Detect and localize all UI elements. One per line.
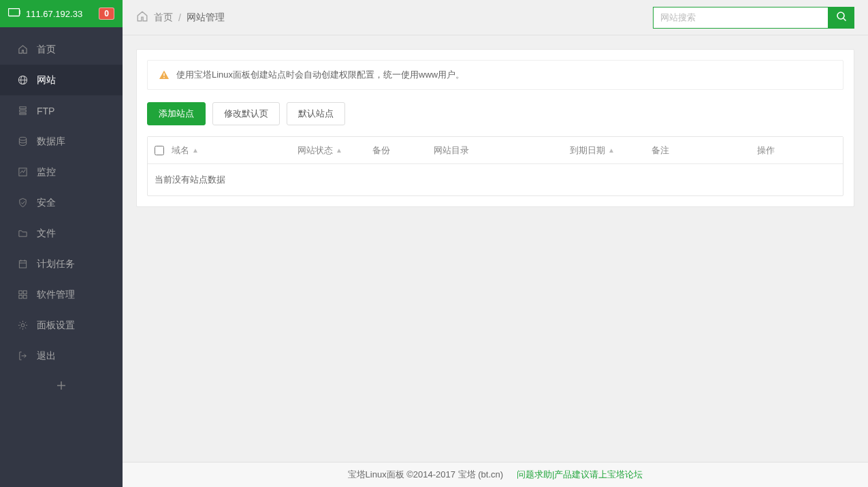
sidebar-item-label: 面板设置 (37, 319, 75, 332)
sidebar-item-monitor[interactable]: 监控 (0, 157, 123, 187)
info-text: 使用宝塔Linux面板创建站点时会自动创建权限配置，统一使用www用户。 (176, 69, 464, 81)
col-operation: 操作 (757, 144, 836, 157)
plus-icon (57, 381, 66, 393)
sidebar-item-cron[interactable]: 计划任务 (0, 249, 123, 279)
search-input[interactable] (653, 7, 829, 29)
sidebar-item-label: 监控 (37, 166, 56, 178)
default-site-button[interactable]: 默认站点 (287, 102, 345, 125)
col-note: 备注 (652, 144, 757, 157)
main: 首页 / 网站管理 使用宝塔Linux面板创建站点时会自动创建权限配置，统一使用… (123, 0, 868, 462)
svg-point-8 (19, 137, 26, 140)
search-button[interactable] (829, 7, 854, 29)
svg-rect-6 (19, 110, 25, 112)
search-icon (836, 11, 847, 24)
footer: 宝塔Linux面板 ©2014-2017 宝塔 (bt.cn) 问题求助|产品建… (123, 462, 868, 487)
svg-rect-1 (20, 10, 20, 14)
select-all-cell (155, 146, 172, 155)
col-domain[interactable]: 域名 ▲ (172, 144, 298, 157)
info-notice: 使用宝塔Linux面板创建站点时会自动创建权限配置，统一使用www用户。 (147, 60, 843, 90)
database-icon (16, 136, 29, 146)
topbar: 首页 / 网站管理 (123, 0, 868, 35)
sidebar-item-logout[interactable]: 退出 (0, 341, 123, 371)
site-table: 域名 ▲ 网站状态 ▲ 备份 网站目录 到期日期 ▲ 备注 (147, 136, 843, 196)
col-dir: 网站目录 (434, 144, 570, 157)
warning-icon (159, 69, 170, 80)
sidebar-nav: 首页 网站 FTP 数据库 监控 安全 文件 计划任务 (0, 27, 123, 402)
logout-icon (16, 351, 29, 361)
sidebar-item-software[interactable]: 软件管理 (0, 279, 123, 310)
sidebar-item-label: 计划任务 (37, 258, 75, 270)
ftp-icon (16, 106, 29, 116)
col-status[interactable]: 网站状态 ▲ (298, 144, 372, 157)
sidebar-item-database[interactable]: 数据库 (0, 126, 123, 157)
sort-icon: ▲ (192, 146, 199, 154)
sidebar-item-home[interactable]: 首页 (0, 34, 123, 65)
sidebar-header: 111.67.192.33 0 (0, 0, 123, 27)
svg-rect-0 (9, 8, 20, 16)
server-ip: 111.67.192.33 (26, 9, 99, 19)
globe-icon (16, 75, 29, 85)
sidebar-item-label: 首页 (37, 44, 56, 56)
svg-rect-7 (19, 113, 25, 114)
svg-rect-5 (19, 107, 25, 109)
button-row: 添加站点 修改默认页 默认站点 (147, 102, 843, 125)
chart-icon (16, 167, 29, 177)
breadcrumb-separator: / (178, 12, 181, 23)
svg-line-22 (843, 18, 846, 21)
breadcrumb: 首页 / 网站管理 (136, 10, 653, 25)
gear-icon (16, 320, 29, 330)
sidebar-item-label: FTP (37, 106, 54, 116)
svg-rect-14 (18, 291, 22, 294)
sidebar-item-label: 安全 (37, 197, 56, 209)
svg-rect-16 (18, 295, 22, 298)
svg-point-21 (837, 12, 844, 19)
col-expire[interactable]: 到期日期 ▲ (570, 144, 652, 157)
sort-icon: ▲ (608, 146, 615, 154)
select-all-checkbox[interactable] (155, 146, 164, 155)
shield-icon (16, 198, 29, 208)
search-box (653, 7, 854, 29)
svg-rect-24 (163, 77, 164, 78)
sidebar-add-button[interactable] (0, 371, 123, 402)
table-empty-message: 当前没有站点数据 (148, 164, 843, 195)
grid-icon (16, 289, 29, 300)
sidebar-item-label: 网站 (37, 74, 56, 87)
col-backup: 备份 (372, 144, 434, 157)
monitor-icon (8, 8, 20, 20)
sidebar-item-website[interactable]: 网站 (0, 65, 123, 95)
footer-copyright: 宝塔Linux面板 ©2014-2017 宝塔 (bt.cn) (348, 469, 504, 481)
sidebar-item-label: 软件管理 (37, 289, 75, 301)
col-label: 网站状态 (298, 144, 333, 157)
svg-rect-15 (23, 291, 27, 294)
sidebar-item-label: 文件 (37, 227, 56, 240)
sidebar-item-files[interactable]: 文件 (0, 218, 123, 249)
svg-rect-17 (23, 295, 27, 298)
add-site-button[interactable]: 添加站点 (147, 102, 206, 125)
sidebar: 111.67.192.33 0 首页 网站 FTP 数据库 监控 安全 (0, 0, 123, 487)
sort-icon: ▲ (336, 146, 342, 154)
sidebar-item-label: 数据库 (37, 136, 65, 148)
col-label: 操作 (757, 144, 775, 157)
svg-point-18 (21, 324, 25, 327)
sidebar-item-security[interactable]: 安全 (0, 187, 123, 218)
footer-forum-link[interactable]: 问题求助|产品建议请上宝塔论坛 (517, 469, 643, 481)
sidebar-item-ftp[interactable]: FTP (0, 95, 123, 126)
content-panel: 使用宝塔Linux面板创建站点时会自动创建权限配置，统一使用www用户。 添加站… (136, 49, 854, 207)
col-label: 备注 (652, 144, 669, 157)
calendar-icon (16, 259, 29, 269)
home-icon (16, 44, 29, 54)
breadcrumb-current: 网站管理 (187, 12, 225, 24)
notification-badge[interactable]: 0 (99, 7, 114, 20)
home-icon (136, 10, 148, 25)
col-label: 备份 (372, 144, 390, 157)
sidebar-item-settings[interactable]: 面板设置 (0, 310, 123, 341)
folder-icon (16, 228, 29, 238)
svg-rect-10 (19, 261, 26, 268)
col-label: 域名 (172, 144, 189, 157)
modify-default-page-button[interactable]: 修改默认页 (212, 102, 280, 125)
col-label: 到期日期 (570, 144, 605, 157)
col-label: 网站目录 (434, 144, 469, 157)
sidebar-item-label: 退出 (37, 350, 56, 362)
breadcrumb-home[interactable]: 首页 (154, 12, 173, 24)
table-header: 域名 ▲ 网站状态 ▲ 备份 网站目录 到期日期 ▲ 备注 (148, 137, 843, 164)
